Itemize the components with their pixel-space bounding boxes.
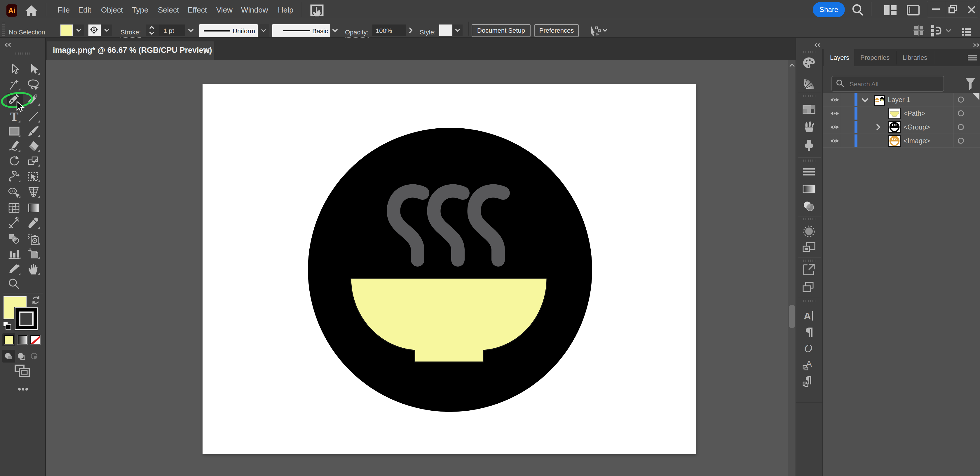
svg-text:O: O — [804, 343, 812, 354]
svg-text:A: A — [804, 311, 811, 321]
